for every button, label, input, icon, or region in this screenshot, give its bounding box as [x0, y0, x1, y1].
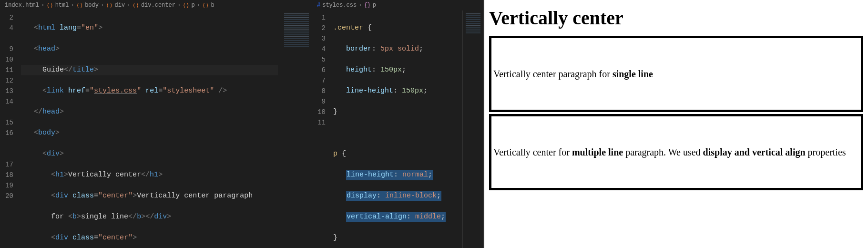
box-text: properties [806, 147, 846, 157]
breadcrumb-item[interactable]: p [192, 2, 195, 9]
breadcrumb-item[interactable]: p [373, 2, 376, 9]
box-text: Vertically center paragraph for [493, 69, 613, 79]
code-editor[interactable]: 249 10111213 141516 1718 1920 <html lang… [0, 10, 312, 248]
breadcrumb-item[interactable]: index.html [5, 2, 39, 9]
chevron-right-icon: › [177, 2, 181, 9]
box-text: paragraph. We used [623, 147, 703, 157]
html-icon: ⟨⟩ [76, 2, 83, 9]
box-bold-text: multiple line [572, 147, 623, 157]
chevron-right-icon: › [358, 2, 362, 9]
breadcrumb-item[interactable]: body [85, 2, 99, 9]
breadcrumb-item[interactable]: div.center [141, 2, 175, 9]
breadcrumb-item[interactable]: html [55, 2, 69, 9]
line-number-gutter: 123 456 789 1011 [312, 10, 330, 248]
html-icon: ⟨⟩ [202, 2, 209, 9]
page-title: Vertically center [489, 7, 863, 29]
breadcrumb[interactable]: index.html › ⟨⟩ html › ⟨⟩ body › ⟨⟩ div … [0, 0, 312, 10]
chevron-right-icon: › [197, 2, 200, 9]
breadcrumb-item[interactable]: b [211, 2, 214, 9]
breadcrumb-item[interactable]: styles.css [322, 2, 357, 9]
box-text: Vertically center for [493, 147, 572, 157]
code-editor[interactable]: 123 456 789 1011 .center { border: 5px s… [312, 10, 483, 248]
html-icon: ⟨⟩ [132, 2, 139, 9]
chevron-right-icon: › [127, 2, 130, 9]
centered-box-single-line: Vertically center paragraph for single l… [489, 36, 863, 112]
breadcrumb[interactable]: # styles.css › {} p [312, 0, 483, 10]
editor-pane-index-html: index.html › ⟨⟩ html › ⟨⟩ body › ⟨⟩ div … [0, 0, 312, 248]
box-bold-text: display and vertical align [703, 147, 806, 157]
breadcrumb-item[interactable]: div [115, 2, 125, 9]
curly-icon: {} [364, 2, 370, 9]
vertical-scrollbar[interactable] [306, 0, 311, 248]
minimap[interactable] [462, 10, 483, 248]
chevron-right-icon: › [101, 2, 104, 9]
css-icon: # [317, 2, 320, 9]
browser-preview[interactable]: Vertically center Vertically center para… [484, 0, 868, 248]
code-content[interactable]: <html lang="en"> <head> Guide</title> <l… [18, 10, 281, 248]
html-icon: ⟨⟩ [106, 2, 112, 9]
centered-box-multiline: Vertically center for multiple line para… [489, 114, 863, 190]
html-icon: ⟨⟩ [46, 2, 53, 9]
code-content[interactable]: .center { border: 5px solid; height: 150… [330, 10, 462, 248]
editor-pane-styles-css: # styles.css › {} p 123 456 789 1011 .ce… [312, 0, 484, 248]
chevron-right-icon: › [41, 2, 44, 9]
box-bold-text: single line [613, 69, 653, 79]
line-number-gutter: 249 10111213 141516 1718 1920 [0, 10, 18, 248]
chevron-right-icon: › [71, 2, 74, 9]
html-icon: ⟨⟩ [183, 2, 189, 9]
